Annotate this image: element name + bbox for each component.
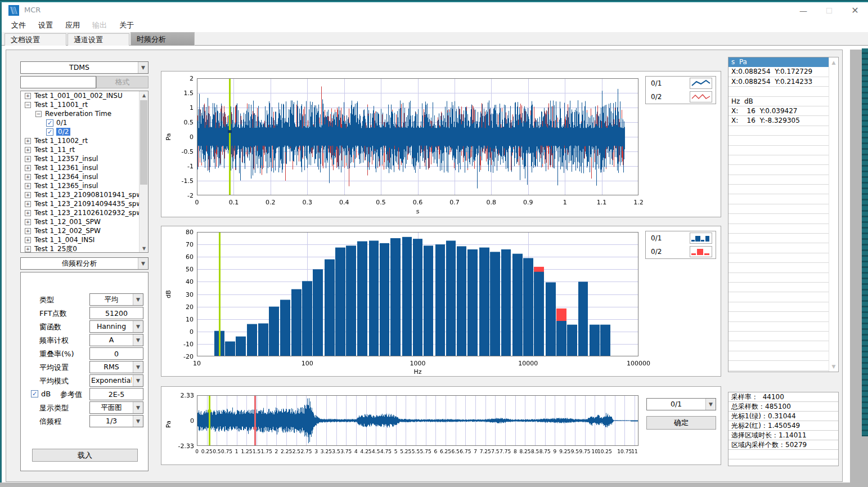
- tree-item[interactable]: +Test 1_1_004_INSI: [21, 235, 148, 244]
- settings-select[interactable]: A▼: [89, 334, 143, 346]
- maximize-button[interactable]: ☐: [816, 2, 842, 19]
- tree-scrollbar[interactable]: ▲ ▼: [139, 91, 148, 252]
- tree-item[interactable]: +Test 1_123_211026102932_spw: [21, 208, 148, 217]
- settings-select[interactable]: 1/3▼: [89, 415, 143, 427]
- format-button[interactable]: 格式: [96, 76, 149, 88]
- filter-input[interactable]: [20, 76, 96, 88]
- expand-icon[interactable]: +: [25, 183, 31, 189]
- expand-icon[interactable]: +: [25, 228, 31, 234]
- tree-item[interactable]: +Test 1_11_rt: [21, 145, 148, 154]
- legend-item[interactable]: 0/1: [646, 77, 716, 90]
- tree-item[interactable]: +Test 1_25度0: [21, 244, 148, 253]
- chevron-down-icon[interactable]: ▼: [133, 402, 143, 413]
- tab-3[interactable]: 时频分析: [131, 32, 195, 46]
- settings-input[interactable]: [89, 347, 143, 360]
- window-scroll-strip[interactable]: [850, 50, 862, 482]
- close-button[interactable]: ✕: [842, 2, 868, 19]
- settings-select[interactable]: RMS▼: [89, 361, 143, 373]
- tree-item[interactable]: +Test 1_12_002_SPW: [21, 226, 148, 235]
- tree-item[interactable]: +Test 1_12_001_SPW: [21, 217, 148, 226]
- scroll-down-icon[interactable]: ▼: [829, 363, 838, 370]
- legend-item[interactable]: 0/1: [646, 231, 716, 245]
- minimize-button[interactable]: —: [790, 2, 816, 19]
- scroll-down-icon[interactable]: ▼: [140, 244, 149, 252]
- chevron-down-icon[interactable]: ▼: [133, 321, 143, 332]
- tree-item[interactable]: +Test 1_001_001_002_INSU: [21, 91, 148, 100]
- chevron-down-icon[interactable]: ▼: [705, 399, 716, 410]
- readout-row: [728, 351, 829, 361]
- tree-item[interactable]: +Test 1_12361_insul: [21, 163, 148, 172]
- expand-icon[interactable]: +: [25, 156, 31, 162]
- analysis-type-select[interactable]: 倍频程分析 ▼: [20, 257, 149, 270]
- chevron-down-icon[interactable]: ▼: [138, 258, 148, 269]
- expand-icon[interactable]: +: [25, 246, 31, 252]
- readout-row: [728, 214, 829, 224]
- tree-item[interactable]: −Test 1_11001_rt: [21, 100, 148, 109]
- stats-row: 选择区域时长：1.14011: [728, 431, 838, 440]
- chevron-down-icon[interactable]: ▼: [133, 334, 143, 346]
- expand-icon[interactable]: +: [25, 93, 31, 99]
- settings-select[interactable]: Hanning▼: [89, 320, 143, 333]
- expand-icon[interactable]: +: [25, 219, 31, 225]
- menu-item-1[interactable]: 文件: [5, 20, 32, 30]
- collapse-icon[interactable]: −: [25, 102, 31, 108]
- tree-item[interactable]: +Test 1_123_210908101941_spw: [21, 190, 148, 199]
- menu-item-5[interactable]: 关于: [113, 20, 140, 30]
- chevron-down-icon[interactable]: ▼: [133, 294, 143, 305]
- tab-1[interactable]: 文档设置: [5, 33, 66, 46]
- chevron-down-icon[interactable]: ▼: [133, 361, 143, 373]
- expand-icon[interactable]: +: [25, 210, 31, 216]
- scroll-up-icon[interactable]: ▲: [829, 59, 838, 66]
- confirm-button[interactable]: 确定: [646, 416, 716, 430]
- expand-icon[interactable]: +: [25, 174, 31, 180]
- settings-select[interactable]: 平均▼: [89, 293, 143, 306]
- channel-select-value: 0/1: [648, 399, 704, 410]
- expand-icon[interactable]: +: [25, 138, 31, 144]
- settings-input[interactable]: [89, 307, 143, 319]
- chevron-down-icon[interactable]: ▼: [133, 375, 143, 386]
- collapse-icon[interactable]: −: [35, 111, 42, 117]
- settings-input[interactable]: [89, 388, 143, 400]
- tree-item[interactable]: ✓0/1: [21, 118, 148, 127]
- file-format-select[interactable]: TDMS ▼: [20, 61, 149, 74]
- db-checkbox[interactable]: ✓: [31, 390, 38, 397]
- load-button[interactable]: 载入: [32, 449, 138, 462]
- tree-item[interactable]: +Test 1_12365_insul: [21, 181, 148, 190]
- tree-item[interactable]: +Test 1_123_210914094435_spw: [21, 199, 148, 208]
- expand-icon[interactable]: +: [25, 237, 31, 243]
- tab-2[interactable]: 通道设置: [68, 33, 129, 46]
- scroll-up-icon[interactable]: ▲: [140, 91, 149, 99]
- legend-item[interactable]: 0/2: [646, 90, 716, 104]
- octave-spectrum-chart[interactable]: [161, 226, 721, 376]
- tree-item-label: 0/2: [56, 128, 70, 136]
- settings-select[interactable]: 平面图▼: [89, 401, 143, 414]
- channel-select[interactable]: 0/1 ▼: [646, 398, 716, 410]
- expand-icon[interactable]: +: [25, 147, 31, 153]
- tree-item[interactable]: −Reverberation Time: [21, 109, 148, 118]
- settings-select[interactable]: Exponential▼: [89, 374, 143, 387]
- menu-item-4[interactable]: 输出: [86, 20, 113, 30]
- legend-item[interactable]: 0/2: [646, 245, 716, 258]
- chevron-down-icon[interactable]: ▼: [133, 415, 143, 427]
- expand-icon[interactable]: +: [25, 201, 31, 207]
- menu-item-3[interactable]: 应用: [59, 20, 86, 30]
- readout-row: [728, 165, 829, 175]
- checkbox[interactable]: ✓: [46, 128, 53, 136]
- menu-item-2[interactable]: 设置: [32, 20, 59, 30]
- overview-waveform-chart[interactable]: [161, 387, 721, 464]
- readout-scrollbar[interactable]: ▲ ▼: [829, 57, 838, 372]
- tree-item[interactable]: +Test 1_12364_insul: [21, 172, 148, 181]
- chevron-down-icon[interactable]: ▼: [138, 62, 148, 73]
- tree-item[interactable]: ✓0/2: [21, 127, 148, 136]
- tree-item[interactable]: +Test 1_11002_rt: [21, 136, 148, 145]
- tree-item-label: Test 1_12_001_SPW: [34, 218, 101, 226]
- readout-header-row[interactable]: s Pa: [728, 57, 829, 67]
- expand-icon[interactable]: +: [25, 165, 31, 171]
- expand-icon[interactable]: +: [25, 192, 31, 198]
- time-waveform-chart[interactable]: [161, 72, 721, 217]
- window-title: MCR: [24, 6, 41, 14]
- tree-item-label: Test 1_1_004_INSI: [34, 236, 95, 244]
- checkbox[interactable]: ✓: [46, 119, 53, 127]
- tree-scrollbar-thumb[interactable]: [140, 100, 147, 185]
- tree-item[interactable]: +Test 1_12357_insul: [21, 154, 148, 163]
